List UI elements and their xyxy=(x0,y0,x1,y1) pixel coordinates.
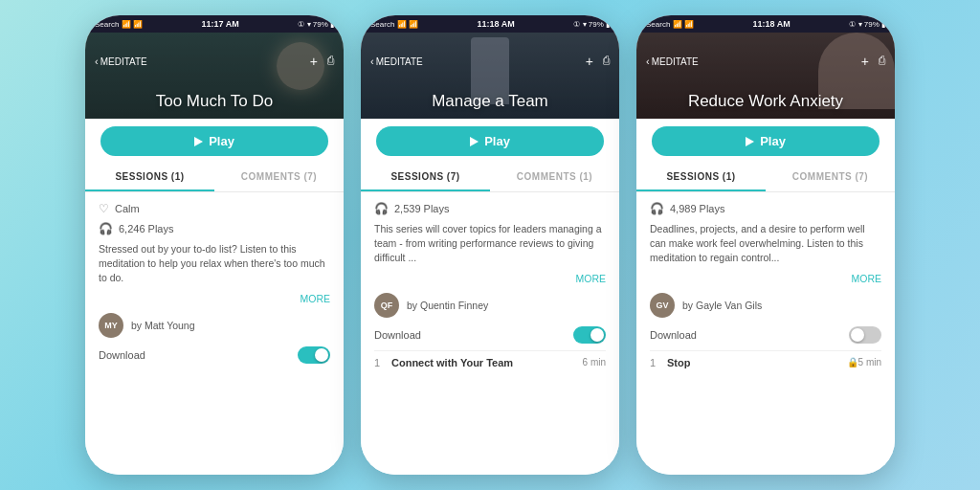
share-button[interactable]: ⎙ xyxy=(603,54,610,69)
toggle-knob xyxy=(315,348,328,362)
download-label: Download xyxy=(99,349,145,361)
tab-0[interactable]: SESSIONS (7) xyxy=(361,164,490,191)
avatar: GV xyxy=(650,293,675,318)
status-time: 11:17 AM xyxy=(201,19,238,29)
status-left: Search 📶 📶 xyxy=(95,20,143,29)
content-area: 🎧4,989 PlaysDeadlines, projects, and a d… xyxy=(636,192,895,475)
download-label: Download xyxy=(650,329,697,341)
headphone-icon: 🎧 xyxy=(374,202,389,215)
headphone-icon: 🎧 xyxy=(650,202,664,215)
nav-bar: ‹ MEDITATE + ⎙ xyxy=(361,50,619,73)
avatar: QF xyxy=(374,293,399,318)
download-row: Download xyxy=(650,326,881,344)
play-icon xyxy=(470,137,479,146)
play-label: Play xyxy=(209,134,234,148)
add-button[interactable]: + xyxy=(586,54,593,69)
play-label: Play xyxy=(484,134,510,148)
plays-count: 6,246 Plays xyxy=(119,223,173,234)
more-link[interactable]: MORE xyxy=(374,273,606,284)
nav-actions: + ⎙ xyxy=(586,54,610,69)
play-icon xyxy=(746,137,754,146)
tag-row: ♡Calm xyxy=(99,202,330,215)
author-name: by Matt Young xyxy=(131,320,195,331)
tab-0[interactable]: SESSIONS (1) xyxy=(85,164,214,191)
play-button[interactable]: Play xyxy=(376,126,604,156)
back-label: MEDITATE xyxy=(376,56,423,67)
share-button[interactable]: ⎙ xyxy=(327,54,334,69)
session-duration: 5 min xyxy=(858,357,881,368)
session-row[interactable]: 1 Connect with Your Team 6 min xyxy=(374,350,606,368)
plays-count: 2,539 Plays xyxy=(394,203,449,214)
play-icon xyxy=(194,137,203,146)
back-button[interactable]: ‹ MEDITATE xyxy=(95,56,147,67)
status-left: Search 📶 📶 xyxy=(370,20,418,29)
author-name: by Gayle Van Gils xyxy=(682,300,762,311)
content-area: ♡Calm🎧6,246 PlaysStressed out by your to… xyxy=(85,192,344,475)
hero-image: ‹ MEDITATE + ⎙ Too Much To Do xyxy=(85,33,344,119)
phone-3: Search 📶 📶 11:18 AM ① ▾ 79% ▮ ‹ MEDITATE… xyxy=(636,15,895,475)
session-number: 1 xyxy=(374,357,386,368)
back-chevron-icon: ‹ xyxy=(646,56,650,67)
play-button[interactable]: Play xyxy=(100,126,328,156)
status-right: ① ▾ 79% ▮ xyxy=(573,20,610,29)
download-row: Download xyxy=(374,326,606,344)
status-bar: Search 📶 📶 11:18 AM ① ▾ 79% ▮ xyxy=(361,15,619,33)
tabs: SESSIONS (1)COMMENTS (7) xyxy=(636,164,895,192)
download-row: Download xyxy=(99,346,330,364)
download-toggle[interactable] xyxy=(849,326,881,344)
avatar: MY xyxy=(99,313,123,338)
hero-image: ‹ MEDITATE + ⎙ Manage a Team xyxy=(361,33,619,119)
back-chevron-icon: ‹ xyxy=(95,56,99,67)
play-button-wrap: Play xyxy=(361,119,619,164)
tabs: SESSIONS (7)COMMENTS (1) xyxy=(361,164,619,192)
share-button[interactable]: ⎙ xyxy=(879,54,885,69)
description-text: Deadlines, projects, and a desire to per… xyxy=(650,222,881,266)
back-button[interactable]: ‹ MEDITATE xyxy=(646,56,699,67)
tabs: SESSIONS (1)COMMENTS (7) xyxy=(85,164,344,192)
plays-row: 🎧6,246 Plays xyxy=(99,222,330,235)
add-button[interactable]: + xyxy=(310,54,318,69)
plays-row: 🎧2,539 Plays xyxy=(374,202,606,215)
session-row[interactable]: 1 Stop 🔒 5 min xyxy=(650,350,881,368)
tag-label: Calm xyxy=(115,203,140,214)
more-link[interactable]: MORE xyxy=(650,273,881,284)
lock-icon: 🔒 xyxy=(847,357,858,368)
tab-0[interactable]: SESSIONS (1) xyxy=(636,164,766,191)
hero-title: Reduce Work Anxiety xyxy=(636,92,895,111)
download-label: Download xyxy=(374,329,421,341)
status-right: ① ▾ 79% ▮ xyxy=(298,20,334,29)
author-name: by Quentin Finney xyxy=(407,300,488,311)
back-label: MEDITATE xyxy=(652,56,699,67)
description-text: This series will cover topics for leader… xyxy=(374,222,606,266)
session-number: 1 xyxy=(650,357,661,368)
play-label: Play xyxy=(760,134,786,148)
phone-2: Search 📶 📶 11:18 AM ① ▾ 79% ▮ ‹ MEDITATE… xyxy=(361,15,619,475)
tab-1[interactable]: COMMENTS (7) xyxy=(214,164,344,191)
hero-title: Manage a Team xyxy=(361,92,619,111)
nav-bar: ‹ MEDITATE + ⎙ xyxy=(636,50,895,73)
session-duration: 6 min xyxy=(583,357,606,368)
hero-image: ‹ MEDITATE + ⎙ Reduce Work Anxiety xyxy=(636,33,895,119)
session-title: Stop xyxy=(661,357,847,368)
tab-1[interactable]: COMMENTS (7) xyxy=(766,164,895,191)
download-toggle[interactable] xyxy=(573,326,606,344)
status-bar: Search 📶 📶 11:17 AM ① ▾ 79% ▮ xyxy=(85,15,344,33)
phone-1: Search 📶 📶 11:17 AM ① ▾ 79% ▮ ‹ MEDITATE… xyxy=(85,15,344,475)
status-time: 11:18 AM xyxy=(752,19,790,29)
status-bar: Search 📶 📶 11:18 AM ① ▾ 79% ▮ xyxy=(636,15,895,33)
toggle-knob xyxy=(590,328,604,342)
more-link[interactable]: MORE xyxy=(99,293,330,304)
back-button[interactable]: ‹ MEDITATE xyxy=(370,56,423,67)
nav-actions: + ⎙ xyxy=(861,54,885,69)
plays-row: 🎧4,989 Plays xyxy=(650,202,881,215)
play-button-wrap: Play xyxy=(636,119,895,164)
status-right: ① ▾ 79% ▮ xyxy=(849,20,885,29)
play-button[interactable]: Play xyxy=(652,126,880,156)
status-left: Search 📶 📶 xyxy=(646,20,694,29)
content-area: 🎧2,539 PlaysThis series will cover topic… xyxy=(361,192,619,475)
add-button[interactable]: + xyxy=(861,54,869,69)
headphone-icon: 🎧 xyxy=(99,222,113,235)
download-toggle[interactable] xyxy=(298,346,330,364)
nav-actions: + ⎙ xyxy=(310,54,334,69)
tab-1[interactable]: COMMENTS (1) xyxy=(490,164,619,191)
